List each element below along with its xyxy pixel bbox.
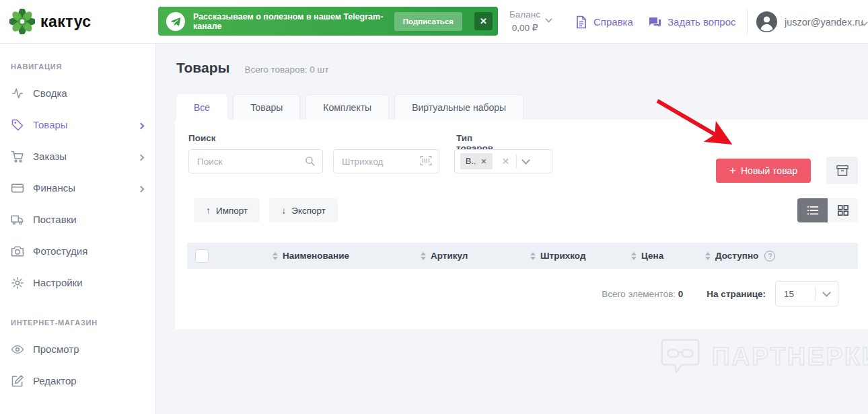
sidebar-item-settings[interactable]: Настройки bbox=[0, 267, 155, 298]
balance-widget[interactable]: Баланс 0,00 ₽ bbox=[509, 8, 540, 34]
chevron-right-icon bbox=[139, 151, 143, 162]
brand-logo[interactable]: кактус bbox=[0, 9, 148, 34]
sidebar-item-preview[interactable]: Просмотр bbox=[0, 333, 155, 365]
sidebar-item-finance[interactable]: Финансы bbox=[0, 172, 155, 204]
main-content: Товары Всего товаров: 0 шт Все Товары Ко… bbox=[156, 44, 868, 414]
sort-icon[interactable] bbox=[530, 252, 536, 260]
sidebar-item-label: Просмотр bbox=[33, 343, 79, 355]
tab-virtual-sets[interactable]: Виртуальные наборы bbox=[394, 94, 523, 120]
sidebar-item-products[interactable]: Товары bbox=[0, 109, 155, 140]
tab-kits[interactable]: Комплекты bbox=[305, 94, 389, 120]
tab-all[interactable]: Все bbox=[176, 94, 227, 120]
new-product-button[interactable]: + Новый товар bbox=[716, 159, 811, 183]
activity-icon bbox=[11, 87, 24, 100]
plus-icon: + bbox=[729, 164, 736, 177]
export-label: Экспорт bbox=[291, 206, 326, 216]
balance-value: 0,00 ₽ bbox=[509, 22, 540, 35]
import-label: Импорт bbox=[216, 206, 248, 216]
watermark-text: ПАРТНЕРКИН bbox=[712, 343, 868, 371]
watermark: ПАРТНЕРКИН bbox=[659, 336, 868, 378]
sidebar-section-navigation: НАВИГАЦИЯ bbox=[0, 63, 155, 71]
export-button[interactable]: ↓ Экспорт bbox=[269, 198, 338, 222]
truck-icon bbox=[11, 213, 24, 226]
user-menu[interactable]: juszor@yandex.ru bbox=[756, 0, 863, 44]
arrow-up-icon: ↑ bbox=[206, 205, 211, 216]
view-toggle bbox=[797, 198, 858, 222]
telegram-promo-banner: Рассказываем о полезном в нашем Telegram… bbox=[158, 7, 498, 36]
sidebar-item-label: Заказы bbox=[33, 151, 67, 162]
type-filter-chip: В.. ✕ bbox=[460, 153, 493, 169]
search-label: Поиск bbox=[188, 133, 216, 143]
new-product-label: Новый товар bbox=[741, 165, 797, 176]
sidebar-item-photostudio[interactable]: Фотостудия bbox=[0, 235, 155, 267]
total-elements-value: 0 bbox=[678, 289, 684, 299]
subscribe-button[interactable]: Подписаться bbox=[394, 12, 462, 31]
archive-button[interactable] bbox=[826, 157, 858, 184]
chat-icon bbox=[648, 16, 661, 28]
select-all-checkbox[interactable] bbox=[195, 249, 209, 263]
tab-products[interactable]: Товары bbox=[233, 94, 300, 120]
gear-icon bbox=[11, 276, 24, 290]
sidebar-nav: НАВИГАЦИЯ Сводка Товары Заказы Финансы П… bbox=[0, 44, 156, 414]
question-icon[interactable]: ? bbox=[764, 251, 775, 261]
cactus-flower-icon bbox=[9, 9, 35, 34]
search-icon bbox=[304, 155, 316, 167]
product-tabs: Все Товары Комплекты Виртуальные наборы bbox=[176, 94, 523, 120]
sidebar-item-label: Товары bbox=[33, 119, 68, 130]
clear-filter-icon[interactable]: ✕ bbox=[502, 156, 510, 167]
avatar bbox=[756, 11, 777, 32]
sidebar-item-orders[interactable]: Заказы bbox=[0, 140, 155, 172]
sort-icon[interactable] bbox=[705, 252, 711, 260]
sidebar-item-supplies[interactable]: Поставки bbox=[0, 204, 155, 235]
sort-icon[interactable] bbox=[273, 252, 278, 260]
per-page-label: На странице: bbox=[707, 289, 766, 299]
ask-question-label: Задать вопрос bbox=[667, 16, 735, 28]
help-link[interactable]: Справка bbox=[575, 0, 633, 44]
sidebar-item-label: Поставки bbox=[33, 214, 77, 225]
sidebar-item-summary[interactable]: Сводка bbox=[0, 77, 155, 109]
multiselect-divider bbox=[516, 155, 517, 168]
column-header-available[interactable]: Доступно bbox=[715, 251, 758, 261]
top-header: кактус Рассказываем о полезном в нашем T… bbox=[0, 0, 868, 44]
search-input[interactable] bbox=[188, 149, 323, 173]
chevron-right-icon bbox=[139, 119, 143, 130]
per-page-value: 15 bbox=[784, 289, 815, 299]
column-header-name[interactable]: Наименование bbox=[283, 251, 349, 261]
sort-icon[interactable] bbox=[631, 252, 637, 260]
cart-icon bbox=[11, 150, 24, 163]
balance-label: Баланс bbox=[509, 8, 540, 22]
sidebar-item-label: Фотостудия bbox=[33, 245, 87, 257]
watermark-bubble-icon bbox=[659, 336, 701, 378]
per-page-select[interactable]: 15 bbox=[775, 281, 838, 306]
card-icon bbox=[11, 181, 24, 195]
chip-label: В.. bbox=[466, 157, 476, 166]
pagination-row: Всего элементов: 0 На странице: 15 bbox=[187, 281, 838, 306]
per-page-chevron-down-icon bbox=[822, 288, 831, 297]
banner-text: Рассказываем о полезном в нашем Telegram… bbox=[193, 12, 386, 31]
document-icon bbox=[575, 15, 587, 29]
column-header-barcode[interactable]: Штрихкод bbox=[540, 251, 585, 261]
column-header-price[interactable]: Цена bbox=[641, 251, 663, 261]
arrow-down-icon: ↓ bbox=[281, 205, 286, 216]
products-panel: Поиск Тип товаров В.. ✕ ✕ bbox=[175, 120, 868, 329]
import-button[interactable]: ↑ Импорт bbox=[194, 198, 260, 222]
sidebar-item-label: Настройки bbox=[33, 277, 83, 288]
multiselect-chevron-down-icon[interactable] bbox=[521, 156, 530, 165]
grid-view-button[interactable] bbox=[828, 198, 858, 222]
balance-chevron-down-icon[interactable] bbox=[545, 15, 552, 22]
sidebar-item-label: Финансы bbox=[33, 182, 75, 194]
list-view-button[interactable] bbox=[797, 198, 828, 222]
column-header-sku[interactable]: Артикул bbox=[431, 251, 468, 261]
barcode-icon bbox=[420, 155, 432, 166]
page-title: Товары bbox=[176, 60, 229, 76]
sort-icon[interactable] bbox=[421, 252, 426, 260]
ask-question-link[interactable]: Задать вопрос bbox=[648, 0, 735, 44]
banner-close-icon[interactable]: ✕ bbox=[474, 12, 493, 30]
total-elements-label: Всего элементов: bbox=[602, 289, 676, 299]
chip-remove-icon[interactable]: ✕ bbox=[480, 157, 486, 166]
product-type-multiselect[interactable]: В.. ✕ ✕ bbox=[454, 149, 552, 173]
table-header-row: Наименование Артикул Штрихкод Цена Досту… bbox=[187, 243, 858, 269]
edit-icon bbox=[11, 374, 24, 388]
sidebar-item-label: Редактор bbox=[33, 375, 77, 386]
sidebar-item-editor[interactable]: Редактор bbox=[0, 365, 155, 397]
